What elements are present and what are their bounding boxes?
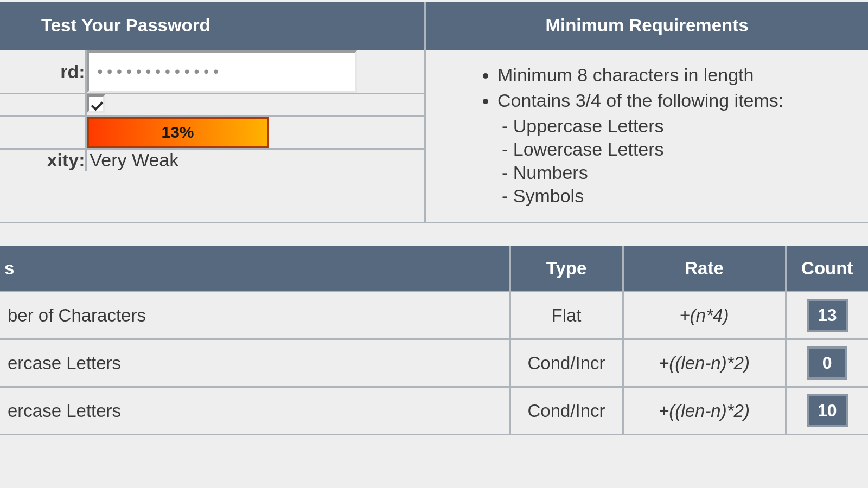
score-value: 13%	[161, 123, 194, 142]
req-item-1: Minimum 8 characters in length	[497, 65, 857, 86]
table-row: ercase Letters Cond/Incr +((len-n)*2) 10	[0, 387, 868, 435]
col-type: Type	[510, 246, 623, 292]
row2-name: ercase Letters	[0, 387, 510, 435]
req-item-2: Contains 3/4 of the following items:	[497, 90, 857, 111]
req-sub-1: - Uppercase Letters	[502, 115, 857, 137]
right-panel-header: Minimum Requirements	[426, 2, 868, 50]
col-additions: s	[0, 246, 510, 292]
row1-rate: +((len-n)*2)	[623, 339, 786, 387]
complexity-label: xity:	[0, 149, 86, 171]
row0-rate: +(n*4)	[623, 292, 786, 339]
row1-count: 0	[807, 346, 847, 380]
analysis-table: s Type Rate Count ber of Characters Flat…	[0, 246, 868, 435]
password-label: rd:	[0, 50, 86, 94]
password-input[interactable]	[87, 50, 357, 93]
hide-label-empty	[0, 94, 86, 116]
test-password-panel: rd: 13%	[0, 50, 426, 223]
table-row: ercase Letters Cond/Incr +((len-n)*2) 0	[0, 339, 868, 387]
req-sub-2: - Lowercase Letters	[502, 139, 857, 160]
left-panel-header: Test Your Password	[0, 2, 426, 50]
row0-count: 13	[807, 299, 848, 332]
score-bar: 13%	[87, 117, 269, 148]
table-row: ber of Characters Flat +(n*4) 13	[0, 292, 868, 339]
complexity-value: Very Weak	[87, 150, 179, 170]
col-rate: Rate	[623, 246, 786, 292]
req-sub-4: - Symbols	[502, 185, 857, 207]
row2-type: Cond/Incr	[510, 387, 623, 435]
row2-rate: +((len-n)*2)	[623, 387, 786, 435]
row1-type: Cond/Incr	[510, 339, 623, 387]
hide-checkbox[interactable]	[87, 94, 105, 113]
requirements-panel: Minimum 8 characters in length Contains …	[426, 50, 868, 223]
row2-count: 10	[807, 394, 848, 427]
row0-type: Flat	[510, 292, 623, 339]
score-label-empty	[0, 116, 86, 149]
row0-name: ber of Characters	[0, 292, 510, 339]
req-sub-3: - Numbers	[502, 162, 857, 183]
col-count: Count	[786, 246, 868, 292]
row1-name: ercase Letters	[0, 339, 510, 387]
